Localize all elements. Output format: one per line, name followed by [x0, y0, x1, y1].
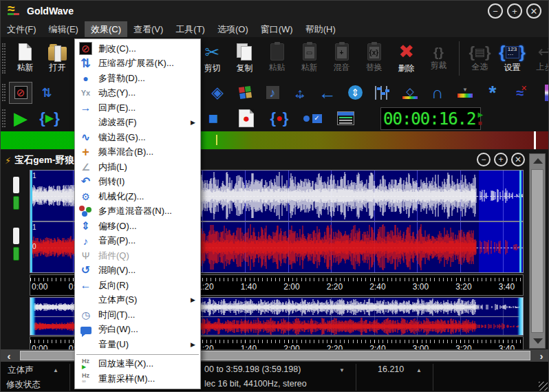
- marker-position-status[interactable]: 16.210: [378, 364, 404, 374]
- goldwave-app: ≈ GoldWave −+✕ 文件(F)编辑(E)效果(C)查看(V)工具(T)…: [0, 0, 549, 392]
- left-channel-fader-handle[interactable]: [13, 196, 19, 210]
- effects-menu-item-2[interactable]: ●多普勒(D)...: [75, 71, 200, 86]
- toolbar-button-全选[interactable]: {▤}全选: [464, 43, 496, 75]
- effects-menu-item-12[interactable]: ⇕偏移(O)...: [75, 219, 200, 234]
- menu-item-label: 滤波器(F): [98, 116, 137, 129]
- triangle-down-icon[interactable]: ▼: [339, 367, 345, 373]
- right-channel-fader-handle[interactable]: [13, 247, 19, 261]
- spectrum-button[interactable]: ▼: [453, 82, 477, 104]
- maximize-button[interactable]: +: [507, 3, 522, 19]
- effects-menu-item-18[interactable]: ◷时间(T)...: [75, 307, 200, 323]
- vertical-scrollbar-thumb[interactable]: [531, 169, 543, 333]
- effects-menu-item-22[interactable]: Hz▶回放速率(X)...: [75, 357, 200, 372]
- clip-edge-button[interactable]: [536, 82, 549, 104]
- silence-x-button[interactable]: ≈✕: [508, 82, 532, 104]
- effects-menu-item-6[interactable]: ∿镶边器(G)...: [75, 130, 200, 145]
- effects-menu-item-15[interactable]: ↺混响(V)...: [75, 263, 200, 279]
- triangle-up-icon[interactable]: ▲: [53, 367, 58, 373]
- toolbar-button-混音[interactable]: +混音: [325, 41, 358, 76]
- effects-menu-item-17[interactable]: 立体声(S)▶: [75, 293, 200, 308]
- toolbar-drag-handle[interactable]: [2, 109, 6, 128]
- effects-menu-item-16[interactable]: ←反向(R): [75, 278, 200, 293]
- expand-arrows-button[interactable]: ↔↕: [288, 82, 312, 104]
- menubar-item-4[interactable]: 工具(T): [169, 21, 211, 37]
- channel-mode-status[interactable]: 立体声: [8, 364, 34, 376]
- effects-menu-item-1[interactable]: ⇅压缩器/扩展器(K)...: [75, 56, 200, 72]
- modified-status: 修改状态: [6, 379, 41, 391]
- effects-menu-item-4[interactable]: →回声(E)...: [75, 100, 200, 116]
- effects-menu-item-13[interactable]: ♪音高(P)...: [75, 234, 200, 249]
- effects-menu-item-0[interactable]: ⊘删改(C)...: [75, 41, 200, 56]
- effects-menu-item-5[interactable]: 滤波器(F)▶: [75, 116, 200, 131]
- no-entry-button[interactable]: ⊘: [9, 82, 32, 104]
- scroll-up-icon[interactable]: [533, 158, 543, 164]
- effects-menu-item-9[interactable]: ↶倒转(I): [75, 175, 200, 190]
- menubar-item-3[interactable]: 查看(V): [127, 21, 169, 37]
- effects-menu-item-7[interactable]: +频率混合(B)...: [75, 145, 200, 160]
- effects-menu-item-8[interactable]: ∠内插(L): [75, 160, 200, 175]
- mix-colors-button[interactable]: [233, 82, 257, 104]
- record-button[interactable]: ●: [235, 107, 258, 129]
- compressor-button[interactable]: ⇅: [35, 82, 58, 104]
- effects-menu-item-3[interactable]: Yx动态(Y)...: [75, 86, 200, 101]
- selection-end-marker[interactable]: [519, 171, 521, 272]
- toolbar-button-设置[interactable]: {123⋯}设置: [496, 42, 528, 76]
- scroll-down-icon[interactable]: [533, 338, 543, 344]
- toolbar-button-剪切[interactable]: ✂剪切: [196, 41, 228, 76]
- play-button[interactable]: ▶: [9, 107, 32, 129]
- toolbar-button-替换[interactable]: {x}替换: [358, 41, 390, 76]
- menubar-item-0[interactable]: 文件(F): [1, 21, 43, 37]
- vertical-scrollbar[interactable]: [529, 153, 546, 349]
- doppler-star-button[interactable]: ◈: [206, 82, 229, 104]
- selection-range-status[interactable]: 00 to 3:59.198 (3:59.198): [204, 364, 301, 374]
- monitor-toggle-button[interactable]: ✓: [301, 107, 324, 129]
- scroll-right-icon[interactable]: ›: [533, 349, 549, 362]
- toolbar-button-删除[interactable]: ✖删除: [390, 41, 422, 76]
- toolbar-button-剪裁[interactable]: {}剪裁: [422, 43, 455, 74]
- toolbar-drag-handle[interactable]: [2, 43, 6, 73]
- properties-window-button[interactable]: [334, 107, 357, 129]
- maximize-button[interactable]: +: [494, 153, 508, 166]
- scroll-left-icon[interactable]: ‹: [1, 349, 17, 362]
- selection-start-marker[interactable]: [30, 171, 32, 272]
- effects-menu-item-11[interactable]: 多声道混音器(N)...: [75, 204, 200, 219]
- close-button[interactable]: ✕: [526, 3, 541, 19]
- reverse-arrow-button[interactable]: ←: [316, 82, 339, 104]
- equalizer-button[interactable]: [371, 82, 394, 104]
- app-title: GoldWave: [27, 6, 74, 17]
- right-channel-fader[interactable]: [13, 228, 19, 244]
- stop-button[interactable]: ■: [202, 107, 225, 129]
- effects-menu-item-20[interactable]: 音量(U)▶: [75, 337, 200, 352]
- toolbar-button-粘贴[interactable]: 粘贴: [261, 41, 293, 76]
- left-channel-fader[interactable]: [13, 177, 19, 193]
- toolbar-button-粘新[interactable]: ▭粘新: [293, 41, 325, 76]
- title-bar: ≈ GoldWave −+✕: [1, 1, 548, 21]
- offset-ball-button[interactable]: ⇕: [343, 82, 367, 104]
- menubar-item-6[interactable]: 窗口(W): [255, 21, 299, 37]
- minimize-button[interactable]: −: [488, 3, 503, 19]
- effects-menu-item-23[interactable]: Hz∞重新采样(M)...: [75, 371, 200, 386]
- effects-menu-item-10[interactable]: ⚙机械化(Z)...: [75, 189, 200, 204]
- time-tick-label: 2:40: [369, 282, 385, 292]
- reverb-gate-button[interactable]: ∩: [426, 82, 449, 104]
- toolbar-button-粘新[interactable]: 粘新: [9, 41, 41, 76]
- pitch-box-button[interactable]: ♪: [261, 82, 284, 104]
- flanger-hex-button[interactable]: ◇: [398, 82, 422, 104]
- menubar-item-5[interactable]: 选项(O): [211, 21, 255, 37]
- close-button[interactable]: ✕: [511, 153, 525, 166]
- toolbar-button-打开[interactable]: 打开: [41, 41, 74, 76]
- menubar-item-2[interactable]: 效果(C): [85, 21, 127, 37]
- spark-button[interactable]: *: [481, 82, 504, 104]
- effects-menu-item-19[interactable]: 旁白(W)...: [75, 323, 200, 338]
- no-entry-icon: ⊘: [14, 86, 28, 99]
- play-selection-button[interactable]: {▶}: [38, 107, 61, 129]
- triangle-up-icon[interactable]: ▲: [416, 367, 422, 373]
- toolbar-drag-handle[interactable]: [2, 84, 6, 102]
- minimize-button[interactable]: −: [477, 153, 491, 166]
- toolbar-button-复制[interactable]: 复制: [228, 41, 261, 76]
- menubar-item-7[interactable]: 帮助(H): [299, 21, 342, 37]
- resize-grip[interactable]: [539, 382, 548, 391]
- toolbar-button-上步[interactable]: ↩上步: [528, 42, 549, 75]
- record-selection-button[interactable]: {●}: [268, 107, 291, 129]
- menubar-item-1[interactable]: 编辑(E): [43, 21, 85, 37]
